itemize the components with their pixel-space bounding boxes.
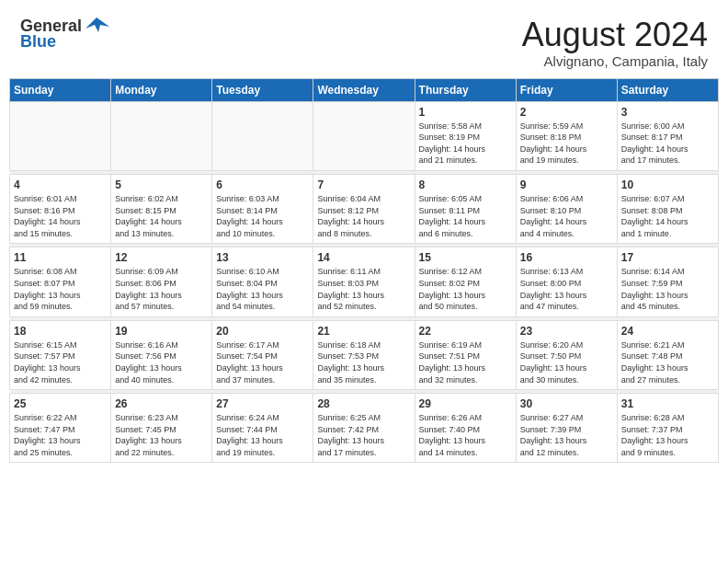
calendar-table: SundayMondayTuesdayWednesdayThursdayFrid…	[9, 78, 719, 464]
day-number: 29	[419, 397, 512, 410]
calendar-week-row: 18Sunrise: 6:15 AM Sunset: 7:57 PM Dayli…	[10, 320, 719, 389]
day-number: 31	[621, 397, 714, 410]
day-info: Sunrise: 6:09 AM Sunset: 8:06 PM Dayligh…	[115, 266, 208, 312]
day-info: Sunrise: 6:27 AM Sunset: 7:39 PM Dayligh…	[520, 412, 613, 458]
calendar-cell: 31Sunrise: 6:28 AM Sunset: 7:37 PM Dayli…	[617, 394, 718, 463]
column-header-thursday: Thursday	[415, 78, 516, 101]
day-info: Sunrise: 5:58 AM Sunset: 8:19 PM Dayligh…	[419, 121, 512, 167]
day-number: 4	[14, 178, 107, 191]
day-info: Sunrise: 6:07 AM Sunset: 8:08 PM Dayligh…	[621, 193, 714, 239]
day-number: 12	[115, 251, 208, 264]
calendar-cell: 15Sunrise: 6:12 AM Sunset: 8:02 PM Dayli…	[415, 247, 516, 316]
day-number: 21	[317, 325, 410, 338]
day-info: Sunrise: 6:08 AM Sunset: 8:07 PM Dayligh…	[14, 266, 107, 312]
day-number: 9	[520, 178, 613, 191]
day-number: 5	[115, 178, 208, 191]
logo-bird-icon	[84, 16, 109, 36]
day-info: Sunrise: 6:04 AM Sunset: 8:12 PM Dayligh…	[317, 193, 410, 239]
calendar-cell	[111, 101, 212, 170]
day-info: Sunrise: 6:06 AM Sunset: 8:10 PM Dayligh…	[520, 193, 613, 239]
day-info: Sunrise: 6:28 AM Sunset: 7:37 PM Dayligh…	[621, 412, 714, 458]
day-number: 25	[14, 397, 107, 410]
day-info: Sunrise: 6:16 AM Sunset: 7:56 PM Dayligh…	[115, 339, 208, 385]
calendar-week-row: 11Sunrise: 6:08 AM Sunset: 8:07 PM Dayli…	[10, 247, 719, 316]
calendar-cell: 22Sunrise: 6:19 AM Sunset: 7:51 PM Dayli…	[415, 320, 516, 389]
day-info: Sunrise: 6:13 AM Sunset: 8:00 PM Dayligh…	[520, 266, 613, 312]
day-number: 7	[317, 178, 410, 191]
calendar-cell	[212, 101, 313, 170]
column-header-saturday: Saturday	[617, 78, 718, 101]
svg-marker-0	[85, 17, 109, 32]
calendar-cell: 7Sunrise: 6:04 AM Sunset: 8:12 PM Daylig…	[313, 174, 415, 243]
day-info: Sunrise: 6:23 AM Sunset: 7:45 PM Dayligh…	[115, 412, 208, 458]
day-number: 15	[419, 251, 512, 264]
day-number: 8	[419, 178, 512, 191]
calendar-cell: 5Sunrise: 6:02 AM Sunset: 8:15 PM Daylig…	[111, 174, 212, 243]
day-number: 18	[14, 325, 107, 338]
day-number: 27	[216, 397, 309, 410]
calendar-cell: 11Sunrise: 6:08 AM Sunset: 8:07 PM Dayli…	[10, 247, 111, 316]
day-number: 24	[621, 325, 714, 338]
calendar-cell: 2Sunrise: 5:59 AM Sunset: 8:18 PM Daylig…	[516, 101, 617, 170]
day-number: 2	[520, 106, 613, 119]
column-header-sunday: Sunday	[10, 78, 111, 101]
calendar-cell: 18Sunrise: 6:15 AM Sunset: 7:57 PM Dayli…	[10, 320, 111, 389]
day-info: Sunrise: 6:24 AM Sunset: 7:44 PM Dayligh…	[216, 412, 309, 458]
day-info: Sunrise: 6:02 AM Sunset: 8:15 PM Dayligh…	[115, 193, 208, 239]
logo: General Blue	[20, 17, 109, 52]
column-header-wednesday: Wednesday	[313, 78, 415, 101]
calendar-week-row: 1Sunrise: 5:58 AM Sunset: 8:19 PM Daylig…	[10, 101, 719, 170]
calendar-cell: 9Sunrise: 6:06 AM Sunset: 8:10 PM Daylig…	[516, 174, 617, 243]
day-number: 14	[317, 251, 410, 264]
day-number: 20	[216, 325, 309, 338]
day-info: Sunrise: 6:25 AM Sunset: 7:42 PM Dayligh…	[317, 412, 410, 458]
day-info: Sunrise: 6:14 AM Sunset: 7:59 PM Dayligh…	[621, 266, 714, 312]
calendar-cell: 14Sunrise: 6:11 AM Sunset: 8:03 PM Dayli…	[313, 247, 415, 316]
day-info: Sunrise: 6:05 AM Sunset: 8:11 PM Dayligh…	[419, 193, 512, 239]
calendar-week-row: 25Sunrise: 6:22 AM Sunset: 7:47 PM Dayli…	[10, 394, 719, 463]
calendar-cell: 27Sunrise: 6:24 AM Sunset: 7:44 PM Dayli…	[212, 394, 313, 463]
day-number: 16	[520, 251, 613, 264]
day-info: Sunrise: 6:10 AM Sunset: 8:04 PM Dayligh…	[216, 266, 309, 312]
day-number: 26	[115, 397, 208, 410]
calendar-cell: 17Sunrise: 6:14 AM Sunset: 7:59 PM Dayli…	[617, 247, 718, 316]
day-info: Sunrise: 6:20 AM Sunset: 7:50 PM Dayligh…	[520, 339, 613, 385]
day-info: Sunrise: 6:21 AM Sunset: 7:48 PM Dayligh…	[621, 339, 714, 385]
calendar-cell: 21Sunrise: 6:18 AM Sunset: 7:53 PM Dayli…	[313, 320, 415, 389]
day-info: Sunrise: 6:17 AM Sunset: 7:54 PM Dayligh…	[216, 339, 309, 385]
calendar-cell: 20Sunrise: 6:17 AM Sunset: 7:54 PM Dayli…	[212, 320, 313, 389]
calendar-cell: 30Sunrise: 6:27 AM Sunset: 7:39 PM Dayli…	[516, 394, 617, 463]
calendar-cell: 23Sunrise: 6:20 AM Sunset: 7:50 PM Dayli…	[516, 320, 617, 389]
day-number: 17	[621, 251, 714, 264]
calendar-week-row: 4Sunrise: 6:01 AM Sunset: 8:16 PM Daylig…	[10, 174, 719, 243]
calendar-cell: 6Sunrise: 6:03 AM Sunset: 8:14 PM Daylig…	[212, 174, 313, 243]
calendar-cell: 1Sunrise: 5:58 AM Sunset: 8:19 PM Daylig…	[415, 101, 516, 170]
calendar-cell: 4Sunrise: 6:01 AM Sunset: 8:16 PM Daylig…	[10, 174, 111, 243]
calendar-cell: 28Sunrise: 6:25 AM Sunset: 7:42 PM Dayli…	[313, 394, 415, 463]
day-info: Sunrise: 6:19 AM Sunset: 7:51 PM Dayligh…	[419, 339, 512, 385]
day-number: 11	[14, 251, 107, 264]
calendar-cell: 13Sunrise: 6:10 AM Sunset: 8:04 PM Dayli…	[212, 247, 313, 316]
title-block: August 2024 Alvignano, Campania, Italy	[522, 17, 708, 69]
calendar-cell: 24Sunrise: 6:21 AM Sunset: 7:48 PM Dayli…	[617, 320, 718, 389]
day-info: Sunrise: 6:18 AM Sunset: 7:53 PM Dayligh…	[317, 339, 410, 385]
day-info: Sunrise: 6:00 AM Sunset: 8:17 PM Dayligh…	[621, 121, 714, 167]
day-number: 22	[419, 325, 512, 338]
calendar-cell: 8Sunrise: 6:05 AM Sunset: 8:11 PM Daylig…	[415, 174, 516, 243]
calendar-cell: 26Sunrise: 6:23 AM Sunset: 7:45 PM Dayli…	[111, 394, 212, 463]
calendar-cell: 29Sunrise: 6:26 AM Sunset: 7:40 PM Dayli…	[415, 394, 516, 463]
column-header-friday: Friday	[516, 78, 617, 101]
column-header-monday: Monday	[111, 78, 212, 101]
day-number: 10	[621, 178, 714, 191]
day-info: Sunrise: 6:15 AM Sunset: 7:57 PM Dayligh…	[14, 339, 107, 385]
day-number: 6	[216, 178, 309, 191]
location-title: Alvignano, Campania, Italy	[522, 53, 708, 69]
day-number: 3	[621, 106, 714, 119]
day-info: Sunrise: 6:03 AM Sunset: 8:14 PM Dayligh…	[216, 193, 309, 239]
calendar-cell	[313, 101, 415, 170]
day-number: 23	[520, 325, 613, 338]
column-header-tuesday: Tuesday	[212, 78, 313, 101]
day-info: Sunrise: 6:22 AM Sunset: 7:47 PM Dayligh…	[14, 412, 107, 458]
day-info: Sunrise: 5:59 AM Sunset: 8:18 PM Dayligh…	[520, 121, 613, 167]
calendar-cell: 3Sunrise: 6:00 AM Sunset: 8:17 PM Daylig…	[617, 101, 718, 170]
